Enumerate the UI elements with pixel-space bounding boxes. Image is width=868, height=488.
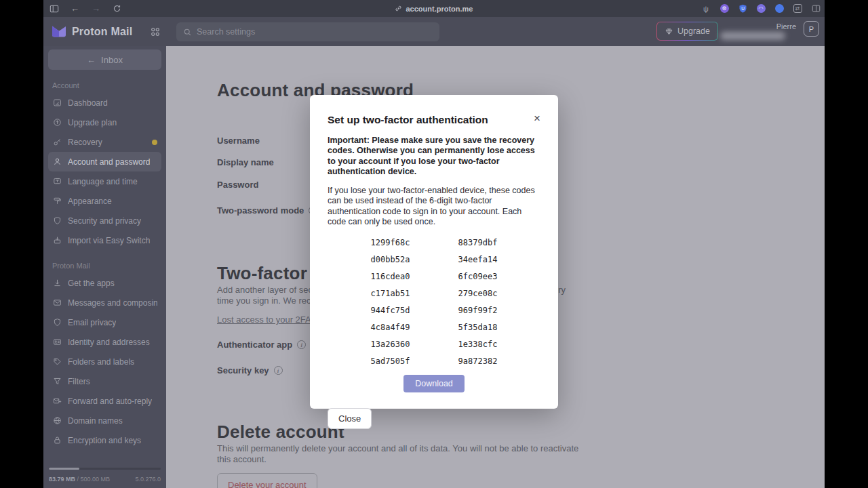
info-icon[interactable]: i [297, 340, 306, 349]
info-icon[interactable]: i [274, 366, 283, 375]
delete-desc-line1: This will permanently delete your accoun… [217, 443, 578, 453]
recovery-code: 5ad7505f [371, 357, 410, 366]
sidebar-toggle-icon[interactable] [49, 3, 59, 14]
search-icon [183, 28, 192, 37]
recovery-code: d00bb52a [371, 255, 410, 264]
close-button[interactable]: Close [328, 408, 372, 429]
sidebar-item-label: Recovery [68, 138, 102, 147]
svg-text:U: U [741, 6, 745, 11]
shield-icon [52, 216, 62, 226]
globe-icon [52, 416, 62, 426]
browser-window: ← → account.proton.me ψ ⚙ U ◠ ⇄ [43, 0, 825, 488]
blurred-email [720, 32, 785, 40]
sidebar-item-filters[interactable]: Filters [48, 371, 161, 391]
upgrade-icon [52, 118, 62, 127]
password-label: Password [217, 180, 258, 190]
extension-gear-icon[interactable]: ⚙ [719, 4, 729, 14]
sidebar-item-label: Filters [68, 377, 90, 386]
extension-dot-icon[interactable] [774, 4, 784, 14]
extension-shield-icon[interactable]: U [738, 4, 747, 14]
gem-icon [665, 27, 673, 36]
tag-icon [52, 357, 62, 367]
split-view-icon[interactable] [811, 4, 821, 14]
browser-toolbar: ← → account.proton.me ψ ⚙ U ◠ ⇄ [43, 0, 825, 17]
forward-icon[interactable]: → [91, 3, 101, 14]
recovery-code: 34eefa14 [458, 255, 498, 264]
delete-desc-line2: this account. [217, 454, 267, 464]
sidebar-item-get-the-apps[interactable]: Get the apps [48, 273, 161, 293]
modal-important-text: Important: Please make sure you save the… [328, 136, 540, 177]
back-icon[interactable]: ← [70, 3, 80, 14]
dashboard-icon [52, 98, 62, 108]
sidebar-item-upgrade-plan[interactable]: Upgrade plan [48, 113, 161, 132]
proton-logo-icon [52, 26, 66, 37]
sidebar-item-appearance[interactable]: Appearance [48, 191, 161, 211]
sidebar-item-account-and-password[interactable]: Account and password [48, 152, 161, 171]
sidebar-item-recovery[interactable]: Recovery [48, 132, 161, 152]
recovery-code: 88379dbf [458, 238, 498, 247]
close-icon[interactable]: × [534, 113, 540, 124]
sidebar-item-encryption-and-keys[interactable]: Encryption and keys [48, 430, 161, 450]
reload-icon[interactable] [112, 3, 122, 14]
search-placeholder: Search settings [197, 27, 255, 37]
shield-icon [52, 318, 62, 327]
delete-your-account-button[interactable]: Delete your account [217, 473, 317, 488]
sidebar-item-forward-and-auto-reply[interactable]: Forward and auto-reply [48, 391, 161, 411]
twofa-setup-modal: Set up two-factor authentication × Impor… [310, 95, 558, 409]
tab-switcher-icon[interactable]: ⇄ [793, 4, 802, 14]
recovery-code: 5f35da18 [458, 323, 498, 332]
id-card-icon [52, 338, 62, 347]
lock-icon [52, 436, 62, 445]
username-label: Username [217, 136, 260, 146]
app-version: 5.0.276.0 [135, 476, 161, 483]
sidebar-item-label: Get the apps [68, 279, 115, 288]
extension-psi-icon[interactable]: ψ [701, 4, 711, 14]
sidebar-item-messages-and-composing[interactable]: Messages and composing [48, 293, 161, 312]
upgrade-label: Upgrade [677, 26, 710, 36]
sidebar-item-dashboard[interactable]: Dashboard [48, 93, 161, 113]
recovery-code: 969f99f2 [458, 306, 498, 315]
address-bar[interactable]: account.proton.me [395, 5, 473, 13]
sidebar-item-language-and-time[interactable]: Language and time [48, 171, 161, 191]
app-header: Proton Mail Search settings Upgrade Pier… [43, 17, 825, 46]
sidebar-item-label: Appearance [68, 197, 112, 206]
recovery-code: 13a26360 [371, 340, 410, 349]
proton-mail-logo[interactable]: Proton Mail [52, 26, 132, 38]
sidebar-item-folders-and-labels[interactable]: Folders and labels [48, 352, 161, 371]
sidebar-item-label: Language and time [68, 177, 138, 186]
sidebar-item-domain-names[interactable]: Domain names [48, 411, 161, 430]
search-input[interactable]: Search settings [176, 22, 439, 41]
sidebar-item-label: Messages and composing [68, 298, 157, 308]
security-key-label: Security key i [217, 365, 283, 375]
avatar[interactable]: P [804, 21, 819, 37]
sidebar-item-import-easy-switch[interactable]: Import via Easy Switch [48, 230, 161, 250]
key-icon [52, 138, 62, 147]
sidebar-item-label: Encryption and keys [68, 436, 141, 445]
appearance-icon [52, 197, 62, 206]
link-icon [395, 5, 402, 12]
app-grid-icon[interactable] [150, 26, 161, 37]
storage-usage: 83.79 MB / 500.00 MB [49, 476, 110, 483]
back-to-inbox-button[interactable]: ← Inbox [48, 49, 161, 70]
recovery-code: 279ce08c [458, 289, 498, 298]
sidebar-item-label: Domain names [68, 416, 123, 426]
recovery-code: 6fc09ee3 [458, 272, 498, 281]
user-icon [52, 157, 62, 167]
section-title-account: Account [52, 81, 166, 89]
sidebar-item-email-privacy[interactable]: Email privacy [48, 312, 161, 332]
import-icon [52, 236, 62, 245]
sidebar-item-identity-and-addresses[interactable]: Identity and addresses [48, 332, 161, 352]
envelope-icon [52, 298, 62, 308]
download-button[interactable]: Download [403, 375, 465, 392]
sidebar-item-label: Import via Easy Switch [68, 236, 150, 245]
delete-account-section-title: Delete account [217, 422, 344, 443]
recovery-code: 9a872382 [458, 357, 498, 366]
authenticator-app-label: Authenticator app i [217, 340, 306, 350]
url-text: account.proton.me [406, 5, 473, 13]
sidebar-item-security-and-privacy[interactable]: Security and privacy [48, 211, 161, 230]
section-title-proton-mail: Proton Mail [52, 262, 166, 270]
modal-title: Set up two-factor authentication [328, 114, 488, 126]
upgrade-button[interactable]: Upgrade [656, 22, 718, 41]
brand-name: Proton Mail [72, 26, 132, 38]
extension-swirl-icon[interactable]: ◠ [756, 4, 766, 14]
